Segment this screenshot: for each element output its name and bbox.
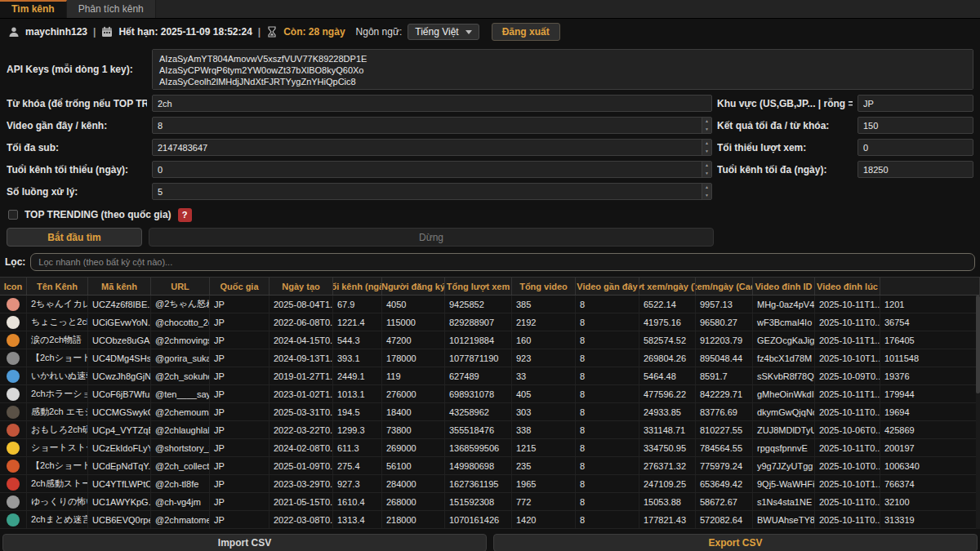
region-input[interactable]: [858, 95, 973, 112]
spinner-buttons[interactable]: ▲▼: [702, 184, 711, 199]
table-row[interactable]: おもしろ2ch研...UCp4_VYTZqB...@2chlaughlabJP2…: [0, 421, 980, 439]
channel-avatar: [7, 370, 20, 383]
min-age-input[interactable]: [152, 161, 712, 178]
table-cell: 179944: [880, 385, 980, 402]
column-header[interactable]: [880, 278, 980, 295]
table-cell: 8: [576, 475, 639, 492]
table-cell: UCZ4z6f8IBE...: [88, 295, 151, 313]
table-cell: @shortstory_2...: [151, 439, 210, 456]
table-cell: @2chemouma: [151, 403, 210, 420]
logout-button[interactable]: Đăng xuất: [492, 23, 560, 41]
stop-button[interactable]: Dừng: [149, 228, 714, 247]
start-search-button[interactable]: Bắt đầu tìm: [7, 228, 142, 247]
channel-avatar: [7, 424, 20, 437]
api-keys-textarea[interactable]: AIzaSyAmYT804AmovwV5xszfVUV77K89228DP1E …: [152, 49, 973, 90]
threads-input[interactable]: [152, 183, 712, 200]
column-header[interactable]: URL: [151, 278, 210, 295]
column-header[interactable]: Người đăng ký: [382, 278, 445, 295]
table-cell: UCp4_VYTZqB...: [88, 421, 151, 438]
column-header[interactable]: xem/ngày (Cađ: [696, 278, 753, 295]
help-button[interactable]: ?: [178, 208, 192, 222]
separator: |: [258, 26, 261, 38]
calendar-icon: [101, 26, 113, 38]
table-row[interactable]: ショートストーリ...UCzEkIdoFLyY...@shortstory_2.…: [0, 439, 980, 457]
keyword-label: Từ khóa (để trống nếu TOP TRENDING):: [7, 98, 147, 109]
table-row[interactable]: 2chホラーショートUCoF6jB7Wfu...@ten____sayJP202…: [0, 385, 980, 403]
column-header[interactable]: Icon: [0, 278, 27, 295]
column-header[interactable]: Tổng lượt xem: [445, 278, 512, 295]
max-sub-input[interactable]: [152, 139, 712, 156]
language-select[interactable]: Tiếng Việt: [408, 24, 479, 40]
table-cell: 772: [512, 493, 576, 510]
action-row: Bắt đầu tìm Dừng: [0, 228, 980, 247]
table-cell: 4050: [382, 295, 445, 313]
column-header[interactable]: Video đỉnh ID: [753, 278, 815, 295]
column-header[interactable]: Mã kênh: [88, 278, 151, 295]
keyword-input[interactable]: [152, 95, 712, 112]
tab-analyze-channels[interactable]: Phân tích kênh: [67, 0, 156, 18]
table-cell: 涙の2ch物語: [27, 331, 88, 349]
column-header[interactable]: uổi kênh (ngày: [333, 278, 382, 295]
table-cell: 276371.32: [639, 457, 696, 474]
form-row-threads: Số luồng xử lý: ▲▼: [0, 183, 980, 200]
column-header[interactable]: ợt xem/ngày (T: [639, 278, 696, 295]
table-row[interactable]: 【2chショート】2...UCdEpNdTqY...@2ch_collecti.…: [0, 457, 980, 475]
table-row[interactable]: 涙の2ch物語UCObze8uGA...@2chmovings...JP2024…: [0, 331, 980, 349]
max-age-input[interactable]: [858, 161, 973, 178]
top-trending-checkbox[interactable]: [8, 210, 18, 220]
column-header[interactable]: Quốc gia: [210, 278, 270, 295]
table-body: 2ちゃんイカレ...UCZ4z6f8IBE...@2ちゃん怒れる...JP202…: [0, 295, 980, 529]
table-cell: 269000: [382, 439, 445, 456]
table-cell: UCB6EVQ0rpe...: [88, 511, 151, 528]
table-cell: 303: [512, 403, 576, 420]
table-cell: UCObze8uGA...: [88, 331, 151, 349]
table-cell: JP: [210, 367, 270, 384]
tab-find-channels[interactable]: Tìm kênh: [0, 0, 67, 18]
table-header: IconTên KênhMã kênhURLQuốc giaNgày tạouổ…: [0, 278, 980, 295]
table-cell: 73800: [382, 421, 445, 438]
column-header[interactable]: Ngày tạo: [270, 278, 333, 295]
table-cell: 2192: [512, 313, 576, 331]
table-row[interactable]: ちょこっと2chUCiGEvwYoN...@chocotto_2chJP2022…: [0, 313, 980, 331]
column-header[interactable]: Tên Kênh: [27, 278, 88, 295]
max-results-input[interactable]: [858, 117, 973, 134]
table-row[interactable]: 2chまとめ迷言集UCB6EVQ0rpe...@2chmatome...JP20…: [0, 511, 980, 529]
table-cell: JP: [210, 331, 270, 349]
column-header[interactable]: Video đỉnh lúc: [815, 278, 880, 295]
table-cell: 2025-10-11T0...: [815, 439, 880, 456]
table-scrollbar[interactable]: [976, 295, 980, 529]
table-cell: 895048.44: [696, 349, 753, 367]
table-cell: 1368599506: [445, 439, 512, 456]
table-row[interactable]: 2ちゃんイカレ...UCZ4z6f8IBE...@2ちゃん怒れる...JP202…: [0, 295, 980, 313]
table-cell: 2024-04-15T0...: [270, 331, 333, 349]
min-views-input[interactable]: [858, 139, 973, 156]
table-cell: 1221.4: [333, 313, 382, 331]
table-cell: @chocotto_2ch: [151, 313, 210, 331]
table-row[interactable]: 【2chショート】と...UC4DMg4SHs...@gorira_sukat.…: [0, 349, 980, 367]
table-cell: 2025-08-04T1...: [270, 295, 333, 313]
import-csv-button[interactable]: Import CSV: [2, 534, 487, 551]
table-cell: JP: [210, 295, 270, 313]
scrollbar-thumb[interactable]: [976, 295, 980, 393]
table-cell: 611.3: [333, 439, 382, 456]
recent-videos-input[interactable]: [152, 117, 712, 134]
table-row[interactable]: ゆっくりの怖い話...UC1AWYKpG...@ch-vg4jmJP2021-0…: [0, 493, 980, 511]
table-cell: JP: [210, 511, 270, 528]
table-cell: 2ちゃんイカレ...: [27, 295, 88, 313]
spinner-buttons[interactable]: ▲▼: [702, 118, 711, 133]
column-header[interactable]: Video gần đây: [576, 278, 639, 295]
form-row-minage-maxage: Tuổi kênh tối thiểu (ngày): ▲▼ Tuổi kênh…: [0, 161, 980, 178]
table-row[interactable]: いかれいぬ速報UCwzJh8gGjN...@2ch_sokuho...JP201…: [0, 367, 980, 385]
filter-input[interactable]: [30, 253, 975, 271]
column-header[interactable]: Tổng video: [512, 278, 576, 295]
table-cell: 2chまとめ迷言集: [27, 511, 88, 528]
table-cell: 151592308: [445, 493, 512, 510]
spinner-buttons[interactable]: ▲▼: [702, 162, 711, 177]
user-icon: [8, 26, 20, 38]
table-cell: 572082.64: [696, 511, 753, 528]
spinner-buttons[interactable]: ▲▼: [702, 140, 711, 155]
table-row[interactable]: 感動2ch エモシ...UCCMGSwykC...@2chemoumaJP202…: [0, 403, 980, 421]
table-row[interactable]: 2ch感動ストー...UC4YTfLWPtO...@2ch-tl8feJP202…: [0, 475, 980, 493]
export-csv-button[interactable]: Export CSV: [493, 534, 978, 551]
table-cell: 334750.95: [639, 439, 696, 456]
